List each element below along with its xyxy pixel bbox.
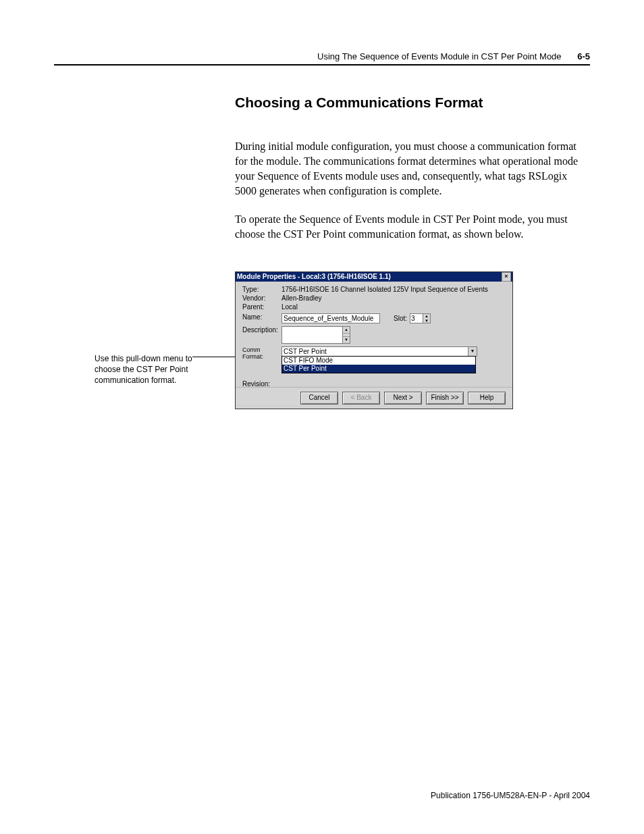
label-description: Description: bbox=[242, 326, 281, 334]
dialog-title: Module Properties - Local:3 (1756-IH16IS… bbox=[237, 272, 391, 282]
value-vendor: Allen-Bradley bbox=[281, 294, 506, 302]
label-vendor: Vendor: bbox=[242, 294, 281, 302]
value-type: 1756-IH16ISOE 16 Channel Isolated 125V I… bbox=[281, 286, 506, 293]
paragraph-2: To operate the Sequence of Events module… bbox=[235, 212, 590, 242]
chevron-down-icon[interactable]: ▼ bbox=[343, 336, 350, 343]
chevron-down-icon[interactable]: ▼ bbox=[423, 319, 430, 323]
page-footer: Publication 1756-UM528A-EN-P - April 200… bbox=[431, 791, 590, 800]
label-parent: Parent: bbox=[242, 303, 281, 311]
comm-format-dropdown[interactable]: CST Per Point ▼ CST FIFO Mode CST Per Po… bbox=[281, 346, 477, 357]
chevron-down-icon[interactable]: ▼ bbox=[468, 347, 477, 356]
finish-button[interactable]: Finish >> bbox=[426, 392, 464, 405]
back-button[interactable]: < Back bbox=[342, 392, 380, 405]
value-parent: Local bbox=[281, 303, 506, 311]
description-scrollbar[interactable]: ▲ ▼ bbox=[342, 327, 350, 343]
slot-stepper[interactable]: ▲ ▼ bbox=[410, 313, 431, 323]
chapter-title: Using The Sequence of Events Module in C… bbox=[317, 51, 562, 61]
label-slot: Slot: bbox=[394, 315, 407, 322]
module-properties-dialog: Module Properties - Local:3 (1756-IH16IS… bbox=[235, 271, 513, 409]
page-header: Using The Sequence of Events Module in C… bbox=[54, 51, 590, 66]
name-input[interactable]: Sequence_of_Events_Module bbox=[281, 313, 380, 323]
label-name: Name: bbox=[242, 313, 281, 321]
chevron-up-icon[interactable]: ▲ bbox=[343, 327, 350, 334]
label-type: Type: bbox=[242, 286, 281, 293]
close-icon[interactable]: × bbox=[502, 272, 511, 282]
cancel-button[interactable]: Cancel bbox=[300, 392, 338, 405]
comm-format-selected: CST Per Point bbox=[284, 348, 327, 355]
dialog-button-bar: Cancel < Back Next > Finish >> Help bbox=[236, 387, 512, 405]
dialog-titlebar[interactable]: Module Properties - Local:3 (1756-IH16IS… bbox=[236, 272, 512, 282]
comm-format-option[interactable]: CST FIFO Mode bbox=[282, 357, 475, 365]
label-comm-format: Comm Format: bbox=[242, 346, 281, 360]
comm-format-list: CST FIFO Mode CST Per Point bbox=[281, 356, 476, 373]
section-title: Choosing a Communications Format bbox=[235, 95, 590, 111]
paragraph-1: During initial module configuration, you… bbox=[235, 139, 590, 199]
help-button[interactable]: Help bbox=[468, 392, 506, 405]
slot-input[interactable] bbox=[410, 314, 423, 323]
annotation-text: Use this pull-down menu to choose the CS… bbox=[95, 353, 209, 386]
description-input[interactable]: ▲ ▼ bbox=[281, 326, 350, 344]
page-number: 6-5 bbox=[577, 51, 590, 61]
comm-format-option-selected[interactable]: CST Per Point bbox=[282, 365, 475, 373]
next-button[interactable]: Next > bbox=[384, 392, 422, 405]
